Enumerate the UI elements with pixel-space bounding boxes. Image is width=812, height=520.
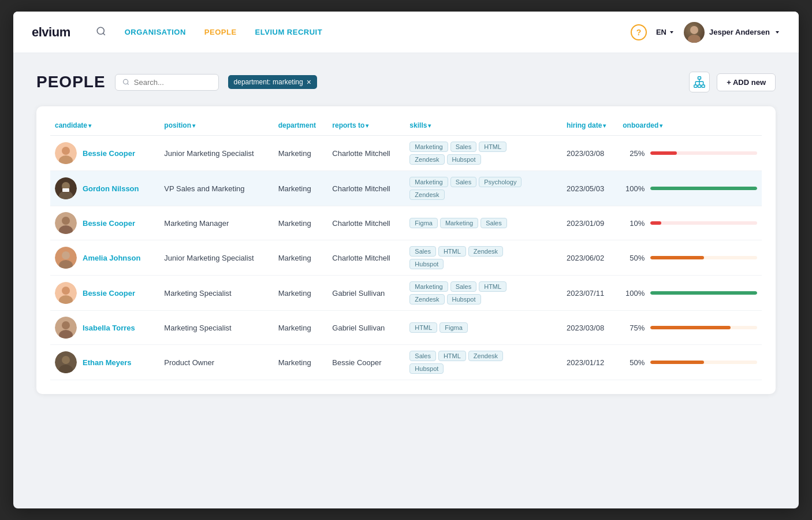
nav-recruit[interactable]: ELVIUM RECRUIT [255, 28, 323, 36]
progress-bar-fill [650, 291, 757, 295]
position-cell: Junior Marketing Specialist [159, 136, 273, 171]
candidate-name[interactable]: Bessie Cooper [83, 219, 135, 228]
table-row[interactable]: Bessie CooperJunior Marketing Specialist… [50, 136, 762, 171]
logo: elvium [32, 25, 70, 40]
people-table: candidate▾ position▾ department reports … [50, 116, 762, 380]
page-title: PEOPLE [36, 73, 106, 91]
search-icon[interactable] [96, 26, 106, 39]
skill-tag: Sales [409, 246, 436, 257]
hiring-date-cell: 2023/03/08 [562, 311, 618, 345]
skills-cell: MarketingSalesPsychologyZendesk [405, 171, 562, 206]
onboarded-cell: 100% [618, 276, 762, 311]
skills-cell: SalesHTMLZendeskHubspot [405, 240, 562, 276]
skill-tag: Zendesk [409, 294, 444, 304]
skill-tag: Psychology [479, 177, 522, 187]
svg-point-0 [97, 27, 104, 34]
candidate-cell: Gordon Nilsson [50, 171, 159, 206]
svg-point-38 [62, 356, 70, 364]
filter-tag-close[interactable]: × [307, 78, 311, 86]
progress-bar-fill [650, 256, 703, 259]
candidate-name[interactable]: Isabella Torres [83, 324, 135, 332]
col-reports-to[interactable]: reports to▾ [327, 116, 405, 136]
progress-bar-fill [650, 187, 757, 190]
reports-to-cell: Gabriel Sullivan [327, 276, 405, 311]
department-cell: Marketing [274, 311, 328, 345]
table-row[interactable]: Isabella TorresMarketing SpecialistMarke… [50, 311, 762, 345]
onboarded-cell: 25% [618, 136, 762, 171]
candidate-name[interactable]: Gordon Nilsson [83, 184, 139, 193]
nav-right: ? EN Jesper Andersen [631, 22, 780, 43]
skills-cell: SalesHTMLZendeskHubspot [405, 345, 562, 380]
skill-tag: Zendesk [468, 246, 503, 257]
hiring-date-cell: 2023/07/11 [562, 276, 618, 311]
progress-percent: 75% [623, 324, 645, 332]
skill-tag: Figma [439, 322, 468, 333]
avatar [55, 177, 77, 199]
skill-tag: Sales [481, 218, 507, 228]
progress-percent: 10% [623, 219, 645, 228]
onboarded-cell: 75% [618, 311, 762, 345]
table-row[interactable]: Ethan MeyersProduct OwnerMarketingBessie… [50, 345, 762, 380]
skill-tag: HTML [438, 246, 466, 257]
reports-to-cell: Charlotte Mitchell [327, 240, 405, 276]
svg-point-32 [62, 287, 70, 295]
skill-tag: Sales [450, 177, 477, 187]
filter-tag-label: department: marketing [234, 78, 303, 86]
skill-tag: Marketing [440, 218, 478, 228]
add-new-button[interactable]: + ADD new [717, 73, 776, 91]
col-hiring-date[interactable]: hiring date▾ [562, 116, 618, 136]
skill-tag: Sales [450, 142, 477, 152]
svg-marker-5 [776, 31, 779, 34]
user-info[interactable]: Jesper Andersen [684, 22, 780, 43]
nav-organisation[interactable]: ORGANISATION [125, 28, 186, 36]
progress-bar-background [650, 361, 757, 364]
department-cell: Marketing [274, 345, 328, 380]
svg-rect-8 [698, 77, 701, 79]
skill-tag: Zendesk [409, 154, 444, 165]
avatar [55, 212, 77, 234]
svg-point-26 [62, 217, 70, 225]
candidate-name[interactable]: Amelia Johnson [83, 254, 140, 262]
department-cell: Marketing [274, 276, 328, 311]
skill-tag: HTML [479, 281, 506, 292]
candidate-cell: Bessie Cooper [50, 206, 159, 240]
avatar [55, 317, 77, 339]
help-icon[interactable]: ? [631, 24, 647, 40]
skill-tag: Marketing [409, 281, 448, 292]
col-position[interactable]: position▾ [159, 116, 273, 136]
user-avatar [684, 22, 705, 43]
avatar [55, 282, 77, 304]
skill-tag: HTML [479, 142, 506, 152]
col-onboarded[interactable]: onboarded▾ [618, 116, 762, 136]
progress-bar-background [650, 291, 757, 295]
table-row[interactable]: Gordon NilssonVP Sales and MarketingMark… [50, 171, 762, 206]
progress-bar-fill [650, 326, 731, 329]
table-body: Bessie CooperJunior Marketing Specialist… [50, 136, 762, 380]
candidate-cell: Isabella Torres [50, 311, 159, 345]
search-input[interactable] [134, 78, 211, 87]
candidate-name[interactable]: Ethan Meyers [83, 358, 132, 367]
col-candidate[interactable]: candidate▾ [50, 116, 159, 136]
col-skills[interactable]: skills▾ [405, 116, 562, 136]
page-header: PEOPLE department: marketing × [36, 72, 776, 92]
candidate-name[interactable]: Bessie Cooper [83, 289, 135, 298]
app-window: elvium ORGANISATION PEOPLE ELVIUM RECRUI… [13, 12, 799, 508]
hiring-date-cell: 2023/01/09 [562, 206, 618, 240]
table-row[interactable]: Amelia JohnsonJunior Marketing Specialis… [50, 240, 762, 276]
svg-point-6 [123, 79, 128, 84]
skills-cell: MarketingSalesHTMLZendeskHubspot [405, 136, 562, 171]
progress-bar-background [650, 326, 757, 329]
nav-people[interactable]: PEOPLE [204, 28, 237, 36]
search-bar [115, 74, 219, 91]
lang-selector[interactable]: EN [656, 28, 675, 36]
progress-bar-fill [650, 361, 703, 364]
table-row[interactable]: Bessie CooperMarketing SpecialistMarketi… [50, 276, 762, 311]
table-row[interactable]: Bessie CooperMarketing ManagerMarketingC… [50, 206, 762, 240]
skill-tag: Sales [409, 351, 436, 361]
progress-percent: 25% [623, 149, 645, 158]
avatar [55, 351, 77, 373]
table-header: candidate▾ position▾ department reports … [50, 116, 762, 136]
candidate-name[interactable]: Bessie Cooper [83, 149, 135, 158]
org-chart-button[interactable] [689, 72, 710, 92]
department-cell: Marketing [274, 136, 328, 171]
